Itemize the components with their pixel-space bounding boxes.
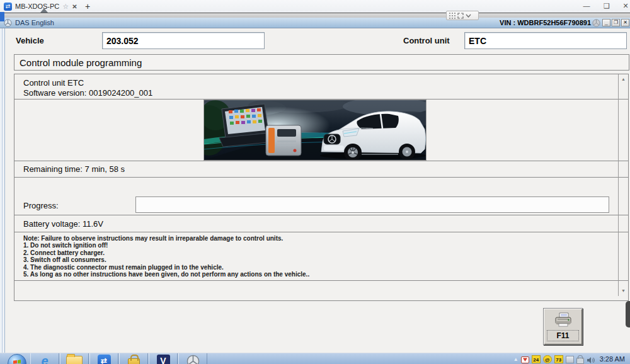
tray-badge-24[interactable]: 24	[532, 355, 541, 363]
new-tab-button[interactable]: +	[82, 1, 93, 12]
scroll-up-icon[interactable]: ▲	[621, 77, 626, 81]
das-restore-button[interactable]: ❐	[612, 19, 620, 26]
page-title: Control module programming	[20, 57, 142, 68]
section-divider	[14, 215, 628, 215]
f11-label: F11	[547, 330, 579, 341]
scrollbar-track[interactable]: ▲ ▼	[618, 74, 628, 296]
window-close-button[interactable]: ✕	[617, 0, 630, 11]
software-version-line: Software version: 0019024200_001	[23, 88, 152, 98]
left-window-frame	[0, 28, 5, 353]
tab-mb-xdos-pc[interactable]: ⇄ MB-XDOS-PC ☆ ✕	[0, 0, 79, 13]
tray-expand-icon[interactable]: ▲	[513, 356, 518, 362]
tab-bar: ⇄ MB-XDOS-PC ☆ ✕ + — ❑ ✕	[0, 0, 630, 13]
window-maximize-button[interactable]: ❑	[598, 0, 615, 11]
internet-explorer-icon: e	[41, 355, 48, 364]
teamviewer-icon: ⇄	[98, 355, 111, 364]
note-line: Note: Failure to observe instructions ma…	[23, 235, 603, 242]
section-divider	[14, 280, 628, 281]
chevron-down-icon[interactable]	[466, 14, 471, 18]
note-line: 3. Switch off all consumers.	[23, 256, 603, 263]
vehicle-banner-image	[203, 100, 427, 161]
tray-network-icon[interactable]	[566, 356, 574, 363]
battery-voltage-text: Battery voltage: 11.6V	[23, 219, 103, 229]
taskbar-item-teamviewer[interactable]: ⇄	[89, 353, 118, 364]
section-divider	[14, 161, 628, 161]
favorite-star-icon[interactable]: ☆	[62, 3, 69, 11]
taskbar: e ⇄ V ▲ 24 @ 73	[0, 353, 630, 364]
vehicle-input[interactable]	[102, 32, 265, 49]
vehicle-label: Vehicle	[16, 36, 44, 45]
taskbar-item-v-app[interactable]: V	[149, 353, 178, 364]
tray-badge-73[interactable]: 73	[554, 355, 563, 363]
side-panel-nub[interactable]	[0, 12, 4, 21]
window-minimize-button[interactable]: —	[578, 0, 595, 11]
progress-bar	[135, 196, 609, 213]
system-tray: ▲ 24 @ 73 3:28 AM	[513, 353, 630, 364]
section-divider	[14, 177, 628, 178]
printer-icon	[554, 312, 573, 328]
progress-label: Progress:	[23, 201, 59, 210]
v-app-icon: V	[157, 355, 170, 364]
tray-lock-icon[interactable]	[576, 358, 584, 364]
tab-title: MB-XDOS-PC	[15, 3, 59, 10]
section-divider	[14, 232, 628, 232]
vin-label: VIN : WDBRF52H56F790891	[500, 19, 591, 26]
folder-icon	[66, 356, 83, 364]
das-title-bar: DAS English VIN : WDBRF52H56F790891 _ ❐ …	[0, 18, 630, 28]
taskbar-item-mercedes[interactable]	[178, 353, 207, 364]
taskbar-clock[interactable]: 3:28 AM	[600, 355, 625, 363]
f11-print-button[interactable]: F11	[543, 308, 583, 345]
note-line: 4. The diagnostic connector must remain …	[23, 264, 603, 271]
das-window-title: DAS English	[15, 19, 54, 26]
taskbar-item-folder[interactable]	[60, 353, 89, 364]
windows-start-button[interactable]	[8, 354, 26, 364]
control-unit-input[interactable]	[464, 32, 627, 49]
side-panel-tab[interactable]	[626, 301, 630, 327]
remaining-time-text: Remaining time: 7 min, 58 s	[23, 164, 125, 174]
control-unit-line: Control unit ETC	[23, 78, 84, 88]
windows-logo-icon	[13, 360, 21, 364]
taskbar-item-security[interactable]	[119, 353, 148, 364]
panel-grip-triangle-icon[interactable]	[40, 8, 48, 13]
tray-alert-icon[interactable]	[521, 356, 529, 364]
expand-fullscreen-icon[interactable]	[457, 13, 464, 19]
tray-badge-at[interactable]: @	[543, 355, 552, 363]
drag-handle-icon[interactable]	[449, 12, 455, 19]
page-title-box: Control module programming	[14, 54, 629, 71]
control-unit-label: Control unit	[403, 36, 450, 45]
mercedes-star-icon	[4, 19, 12, 27]
teamviewer-favicon-icon: ⇄	[4, 3, 12, 11]
note-line: 2. Connect battery charger.	[23, 249, 603, 256]
scroll-down-icon[interactable]: ▼	[621, 288, 626, 293]
window-frame-strip	[0, 13, 630, 18]
session-mini-toolbar[interactable]	[446, 11, 479, 20]
note-line: 5. As long as no other instructions have…	[23, 271, 603, 278]
note-line: 1. Do not switch ignition off!	[23, 242, 603, 249]
screen: ⇄ MB-XDOS-PC ☆ ✕ + — ❑ ✕ DAS English VIN…	[0, 0, 630, 364]
taskbar-item-internet-explorer[interactable]: e	[30, 353, 59, 364]
das-minimize-button[interactable]: _	[602, 19, 610, 26]
das-close-button[interactable]: ✕	[621, 19, 629, 26]
left-window-frame-line	[2, 28, 3, 353]
notes-block: Note: Failure to observe instructions ma…	[23, 235, 603, 278]
tray-speaker-icon[interactable]	[587, 356, 595, 364]
das-app-icon	[592, 19, 600, 27]
tab-close-icon[interactable]: ✕	[72, 3, 77, 10]
padlock-icon	[128, 358, 140, 364]
mercedes-star-taskbar-icon	[186, 355, 200, 364]
